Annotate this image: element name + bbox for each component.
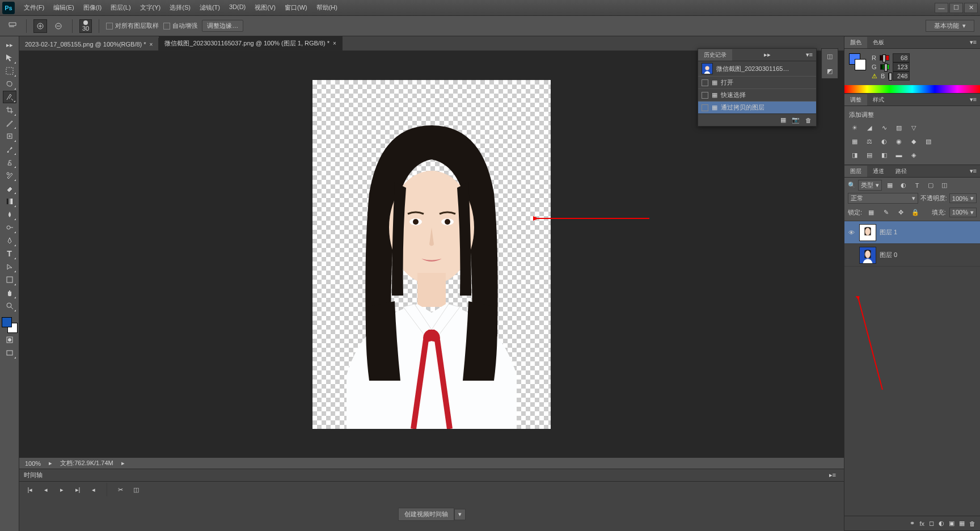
close-tab-icon[interactable]: × <box>333 40 336 47</box>
eraser-tool[interactable] <box>3 182 16 195</box>
filter-type-icon[interactable]: T <box>911 180 923 191</box>
layer-group-icon[interactable]: ▣ <box>949 520 954 527</box>
menu-view[interactable]: 视图(V) <box>250 1 280 14</box>
invert-icon[interactable]: ◨ <box>849 150 860 160</box>
quick-select-subtract-icon[interactable] <box>52 19 65 33</box>
brush-tool[interactable] <box>3 143 16 155</box>
lasso-tool[interactable] <box>3 78 16 90</box>
layer-mask-icon[interactable]: ◻ <box>929 520 934 527</box>
filter-adjust-icon[interactable]: ◐ <box>898 180 909 191</box>
styles-tab[interactable]: 样式 <box>867 94 890 106</box>
create-document-icon[interactable]: ▦ <box>780 116 786 124</box>
collapse-icon[interactable]: ▸▸ <box>3 39 16 51</box>
minimize-button[interactable]: — <box>935 3 948 13</box>
b-slider[interactable] <box>888 73 889 79</box>
dock-properties-icon[interactable]: ◩ <box>822 64 838 78</box>
swatches-tab[interactable]: 色板 <box>867 37 890 48</box>
color-bg-swatch[interactable] <box>855 59 866 70</box>
move-tool[interactable] <box>3 52 16 64</box>
panel-menu-icon[interactable]: ▾≡ <box>802 51 816 58</box>
menu-help[interactable]: 帮助(H) <box>312 1 342 14</box>
layer-name[interactable]: 图层 0 <box>880 251 897 259</box>
shape-tool[interactable] <box>3 273 16 286</box>
layer-thumbnail[interactable] <box>859 224 876 241</box>
menu-image[interactable]: 图像(I) <box>79 1 106 14</box>
filter-pixel-icon[interactable]: ▦ <box>884 180 895 191</box>
quick-select-add-icon[interactable] <box>33 19 47 33</box>
brightness-icon[interactable]: ☀ <box>849 123 860 133</box>
color-balance-icon[interactable]: ⚖ <box>864 136 875 146</box>
opacity-input[interactable]: 100%▾ <box>949 193 977 203</box>
close-tab-icon[interactable]: × <box>150 41 153 48</box>
selective-color-icon[interactable]: ◈ <box>908 150 919 160</box>
history-step-copy-layer[interactable]: ▦通过拷贝的图层 <box>698 101 816 113</box>
menu-window[interactable]: 窗口(W) <box>280 1 312 14</box>
pen-tool[interactable] <box>3 234 16 247</box>
zoom-tool[interactable] <box>3 300 16 312</box>
document-tab-2[interactable]: 微信截图_20230301165037.png @ 100% (图层 1, RG… <box>159 36 342 50</box>
type-tool[interactable]: T <box>3 247 16 260</box>
blend-mode-dropdown[interactable]: 正常▾ <box>848 193 918 204</box>
timeline-transition-icon[interactable]: ◫ <box>131 484 141 495</box>
quick-mask-icon[interactable] <box>3 334 16 346</box>
canvas[interactable] <box>312 80 551 429</box>
adjustments-tab[interactable]: 调整 <box>844 94 867 106</box>
dock-history-icon[interactable]: ◫ <box>822 49 838 64</box>
color-tab[interactable]: 颜色 <box>844 37 867 48</box>
menu-file[interactable]: 文件(F) <box>19 1 49 14</box>
posterize-icon[interactable]: ▤ <box>864 150 875 160</box>
create-video-timeline-button[interactable]: 创建视频时间轴 <box>398 508 454 521</box>
vibrance-icon[interactable]: ▽ <box>908 123 919 133</box>
menu-layer[interactable]: 图层(L) <box>106 1 135 14</box>
lock-all-icon[interactable]: 🔒 <box>910 207 921 217</box>
g-value[interactable]: 123 <box>893 62 910 71</box>
photo-filter-icon[interactable]: ◉ <box>893 136 905 146</box>
lock-transparency-icon[interactable]: ▦ <box>865 207 877 217</box>
menu-select[interactable]: 选择(S) <box>165 1 195 14</box>
close-button[interactable]: ✕ <box>964 3 978 13</box>
menu-filter[interactable]: 滤镜(T) <box>195 1 225 14</box>
path-selection-tool[interactable] <box>3 260 16 273</box>
refine-edge-button[interactable]: 调整边缘… <box>202 20 243 32</box>
layer-fx-icon[interactable]: fx <box>919 520 924 527</box>
hue-sat-icon[interactable]: ▦ <box>849 136 860 146</box>
timeline-prev-icon[interactable]: ◂ <box>41 484 51 495</box>
lock-position-icon[interactable]: ✥ <box>895 207 906 217</box>
healing-brush-tool[interactable] <box>3 130 16 142</box>
panel-menu-icon[interactable]: ▾≡ <box>966 96 980 103</box>
bw-icon[interactable]: ◐ <box>878 136 890 146</box>
panel-menu-icon[interactable]: ▸≡ <box>826 471 839 479</box>
layers-tab[interactable]: 图层 <box>844 166 867 177</box>
timeline-next-icon[interactable]: ▸| <box>73 484 83 495</box>
timeline-last-icon[interactable]: ◂ <box>88 484 99 495</box>
delete-state-icon[interactable]: 🗑 <box>805 117 812 124</box>
tool-preset-icon[interactable] <box>6 19 19 33</box>
layer-filter-dropdown[interactable]: 类型▾ <box>858 180 882 191</box>
crop-tool[interactable] <box>3 104 16 116</box>
lock-pixels-icon[interactable]: ✎ <box>880 207 892 217</box>
color-lookup-icon[interactable]: ▧ <box>923 136 934 146</box>
paths-tab[interactable]: 路径 <box>890 166 913 177</box>
timeline-first-icon[interactable]: |◂ <box>25 484 35 495</box>
dodge-tool[interactable] <box>3 221 16 234</box>
history-step-open[interactable]: ▦打开 <box>698 76 816 88</box>
g-slider[interactable] <box>880 64 890 70</box>
marquee-tool[interactable] <box>3 65 16 77</box>
panel-menu-icon[interactable]: ▾≡ <box>966 167 980 175</box>
maximize-button[interactable]: ☐ <box>949 3 963 13</box>
curves-icon[interactable]: ∿ <box>878 123 890 133</box>
snapshot-icon[interactable]: 📷 <box>792 116 800 124</box>
menu-edit[interactable]: 编辑(E) <box>49 1 79 14</box>
new-layer-icon[interactable]: ▦ <box>959 520 965 527</box>
timeline-play-icon[interactable]: ▸ <box>57 484 67 495</box>
channels-tab[interactable]: 通道 <box>867 166 890 177</box>
exposure-icon[interactable]: ▨ <box>893 123 905 133</box>
layer-thumbnail[interactable] <box>859 247 876 264</box>
hand-tool[interactable] <box>3 286 16 299</box>
history-brush-tool[interactable] <box>3 169 16 182</box>
filter-shape-icon[interactable]: ▢ <box>925 180 936 191</box>
history-tab[interactable]: 历史记录 <box>698 49 732 61</box>
channel-mixer-icon[interactable]: ◆ <box>908 136 919 146</box>
quick-selection-tool[interactable] <box>3 91 16 103</box>
r-slider[interactable] <box>880 55 889 61</box>
